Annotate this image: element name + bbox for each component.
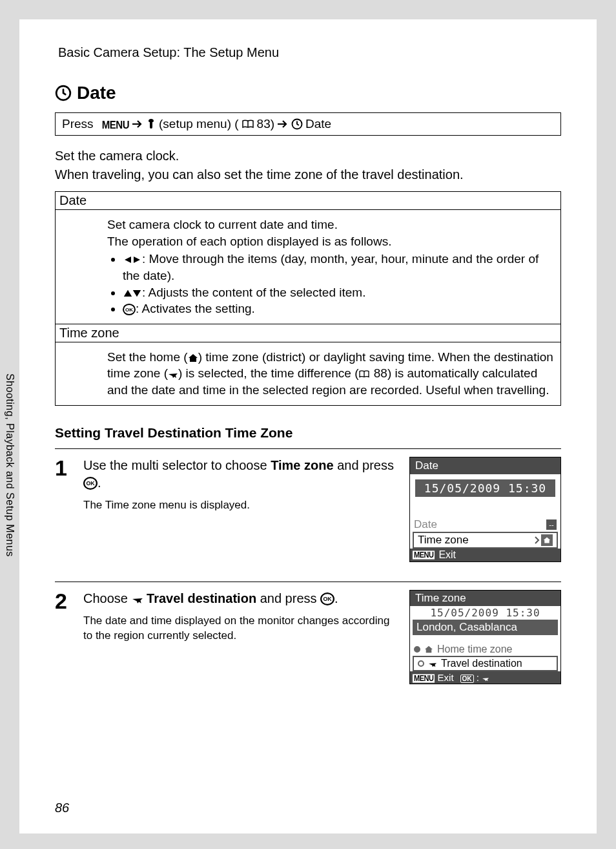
- radio-selected-icon: [414, 646, 420, 653]
- step2-lead-a: Choose: [83, 591, 132, 605]
- screen-footer: MENU Exit: [410, 549, 560, 561]
- nav-pageref: 83): [257, 117, 274, 131]
- airplane-icon: [132, 594, 143, 604]
- screen-datetime: 15/05/2009 15:30: [415, 479, 555, 497]
- intro-line-2: When traveling, you can also set the tim…: [55, 167, 561, 182]
- nav-date: Date: [305, 117, 331, 131]
- ok-button-icon: OK: [123, 304, 136, 315]
- screen-title: Date: [410, 457, 560, 474]
- clock-icon: [55, 85, 72, 101]
- exit-label: Exit: [438, 549, 456, 561]
- screen-footer: MENU Exit OK :: [410, 671, 560, 684]
- li3-text: : Activates the setting.: [136, 302, 255, 315]
- screen-title: Time zone: [410, 591, 560, 606]
- ok-button-icon: OK: [83, 477, 98, 490]
- up-down-triangle-icon: [123, 289, 142, 298]
- step2-lead: Choose Travel destination and press OK.: [83, 590, 399, 607]
- screen-datetime: 15/05/2009 15:30: [410, 606, 560, 620]
- list-item: : Adjusts the content of the selected it…: [123, 284, 554, 301]
- menu-button-label: MENU: [413, 674, 435, 682]
- table-cell-timezone: Set the home () time zone (district) or …: [56, 342, 561, 405]
- opt-label: Date: [414, 518, 437, 531]
- screen-option-date: Date --: [410, 518, 560, 532]
- heading-row: Date: [55, 83, 561, 103]
- airplane-icon: [168, 370, 178, 379]
- svg-text:OK: OK: [125, 307, 133, 313]
- ok-button-icon: OK: [320, 592, 334, 605]
- camera-screen-timezone: Time zone 15/05/2009 15:30 London, Casab…: [409, 590, 561, 684]
- step2-lead-bold: Travel destination: [147, 591, 256, 605]
- page-number: 86: [55, 801, 69, 815]
- table-header-timezone: Time zone: [56, 324, 561, 342]
- screen-option-travel-selected: Travel destination: [413, 656, 558, 671]
- li2-text: : Adjusts the content of the selected it…: [142, 286, 365, 299]
- li1-text: : Move through the items (day, month, ye…: [123, 252, 539, 282]
- book-icon: [241, 119, 254, 129]
- opt-label: Travel destination: [441, 658, 522, 669]
- step1-lead-bold: Time zone: [271, 458, 333, 472]
- radio-unselected-icon: [418, 660, 424, 667]
- tz-text-a: Set the home (: [107, 350, 188, 364]
- options-table: Date Set camera clock to current date an…: [55, 191, 561, 406]
- home-icon: [188, 353, 198, 362]
- step1-lead: Use the multi selector to choose Time zo…: [83, 457, 399, 492]
- menu-button-label: MENU: [102, 118, 129, 131]
- chevron-right-icon: [535, 536, 540, 544]
- svg-text:OK: OK: [86, 481, 95, 487]
- table-header-date: Date: [56, 192, 561, 210]
- table-cell-date: Set camera clock to current date and tim…: [56, 210, 561, 324]
- step-number: 2: [55, 590, 73, 612]
- airplane-icon: [428, 660, 437, 667]
- step1-sub: The Time zone menu is displayed.: [83, 498, 399, 513]
- airplane-icon: [482, 675, 489, 682]
- step1-lead-a: Use the multi selector to choose: [83, 458, 271, 472]
- tz-text-c: ) is selected, the time difference (: [178, 366, 359, 380]
- home-icon: [541, 534, 553, 546]
- screen-location: London, Casablanca: [413, 620, 558, 635]
- sub-heading: Setting Travel Destination Time Zone: [55, 425, 561, 441]
- svg-text:OK: OK: [323, 596, 332, 603]
- page-title: Date: [77, 83, 116, 103]
- arrow-right-icon: [132, 120, 143, 129]
- nav-setup-text: (setup menu) (: [159, 117, 239, 131]
- camera-screen-date: Date 15/05/2009 15:30 Date -- Time zone: [409, 457, 561, 562]
- intro-line-1: Set the camera clock.: [55, 149, 561, 163]
- opt-label: Time zone: [418, 534, 469, 547]
- date-desc-2: The operation of each option displayed i…: [107, 233, 554, 250]
- step-2: 2 Choose Travel destination and press OK…: [55, 590, 561, 684]
- nav-press: Press: [62, 117, 94, 131]
- wrench-icon: [146, 118, 156, 130]
- screen-option-timezone-selected: Time zone: [413, 532, 558, 549]
- ok-button-label: OK: [460, 675, 474, 683]
- step2-sub: The date and time displayed on the monit…: [83, 614, 399, 644]
- screen-option-home: Home time zone: [410, 643, 560, 656]
- side-tab: Shooting, Playback and Setup Menus: [0, 336, 19, 594]
- date-desc-1: Set camera clock to current date and tim…: [107, 216, 554, 233]
- step-1: 1 Use the multi selector to choose Time …: [55, 457, 561, 562]
- home-icon: [424, 645, 433, 653]
- nav-path-box: Press MENU (setup menu) ( 83) Date: [55, 112, 561, 136]
- breadcrumb: Basic Camera Setup: The Setup Menu: [58, 45, 561, 60]
- intro-block: Set the camera clock. When traveling, yo…: [55, 149, 561, 182]
- step-number: 1: [55, 457, 73, 479]
- divider: [55, 448, 561, 449]
- opt-label: Home time zone: [437, 644, 513, 655]
- side-tab-label: Shooting, Playback and Setup Menus: [4, 373, 15, 557]
- list-item: OK : Activates the setting.: [123, 300, 554, 317]
- left-right-triangle-icon: [123, 255, 142, 264]
- clock-icon: [291, 118, 303, 130]
- exit-label: Exit: [438, 672, 454, 683]
- value-box: --: [546, 519, 557, 530]
- menu-button-label: MENU: [413, 550, 435, 559]
- step1-lead-b: and press: [334, 458, 394, 472]
- divider: [55, 582, 561, 582]
- book-icon: [358, 370, 370, 379]
- step2-lead-b: and press: [256, 591, 320, 605]
- arrow-right-icon: [277, 120, 289, 129]
- list-item: : Move through the items (day, month, ye…: [123, 251, 554, 284]
